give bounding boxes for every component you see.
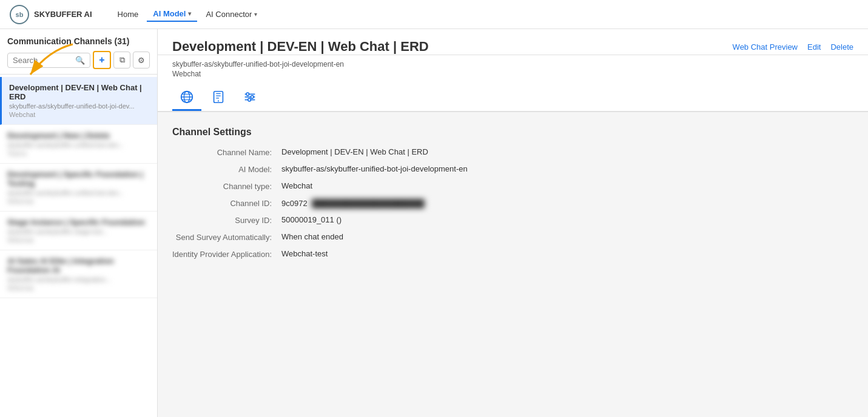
- ai-connector-chevron: ▾: [254, 11, 257, 18]
- list-item[interactable]: AI Sales AI Elite | Integration Foundati…: [0, 250, 157, 298]
- list-item-title: AI Sales AI Elite | Integration Foundati…: [7, 256, 150, 275]
- content-area: Development | DEV-EN | Web Chat | ERD We…: [158, 29, 868, 417]
- field-label-channel-type: Channel type:: [172, 181, 272, 191]
- field-value-channel-id: 9c0972 ████████████████████: [281, 198, 597, 208]
- sidebar-search-row: 🔍 + ⧉ ⚙: [7, 51, 150, 69]
- channel-icon: [179, 89, 195, 105]
- list-item[interactable]: Development | New | Delete skybuffer-as/…: [0, 125, 157, 164]
- search-icon: 🔍: [75, 56, 85, 65]
- nav-ai-model[interactable]: AI Model ▾: [147, 7, 197, 22]
- breadcrumb-line2: Webchat: [172, 70, 853, 78]
- logo: sb: [10, 5, 29, 24]
- filter-icon: ⚙: [138, 56, 145, 65]
- svg-point-10: [218, 100, 219, 101]
- tab-channel[interactable]: [172, 84, 201, 111]
- field-label-channel-name: Channel Name:: [172, 147, 272, 157]
- field-label-identity-provider: Identity Provider Application:: [172, 249, 272, 259]
- delete-link[interactable]: Delete: [830, 42, 853, 52]
- list-item[interactable]: Stage Instance | Specific Foundation sky…: [0, 212, 157, 250]
- list-item-tag: Webchat: [7, 236, 150, 244]
- widget-icon: [210, 89, 226, 105]
- list-item-title: Stage Instance | Specific Foundation: [7, 218, 150, 227]
- list-item[interactable]: Development | DEV-EN | Web Chat | ERD sk…: [0, 77, 157, 125]
- field-value-channel-name: Development | DEV-EN | Web Chat | ERD: [281, 147, 597, 157]
- edit-link[interactable]: Edit: [807, 42, 821, 52]
- breadcrumb: skybuffer-as/skybuffer-unified-bot-joi-d…: [158, 55, 868, 84]
- field-label-ai-model: AI Model:: [172, 164, 272, 174]
- svg-point-14: [251, 95, 254, 98]
- field-label-survey-id: Survey ID:: [172, 215, 272, 225]
- field-label-send-survey: Send Survey Automatically:: [172, 232, 272, 242]
- nav-items: Home AI Model ▾ AI Connector ▾: [112, 7, 858, 22]
- filter-button[interactable]: ⚙: [133, 52, 150, 68]
- field-value-send-survey: When chat ended: [281, 232, 597, 242]
- copy-button[interactable]: ⧉: [113, 52, 130, 68]
- field-value-channel-type: Webchat: [281, 181, 597, 191]
- nav-home[interactable]: Home: [112, 7, 145, 21]
- list-item[interactable]: Development | Specific Foundation | Test…: [0, 164, 157, 212]
- list-item-title: Development | New | Delete: [7, 131, 150, 140]
- page-title: Development | DEV-EN | Web Chat | ERD: [172, 39, 429, 55]
- field-value-identity-provider: Webchat-test: [281, 249, 597, 259]
- settings-area: Channel Settings Channel Name: Developme…: [158, 112, 868, 417]
- add-channel-button[interactable]: +: [93, 51, 111, 69]
- search-input[interactable]: [13, 56, 75, 65]
- header-actions: Web Chat Preview Edit Delete: [733, 42, 853, 52]
- settings-sliders-icon: [242, 89, 258, 105]
- settings-section-title: Channel Settings: [172, 127, 853, 138]
- list-item-title: Development | Specific Foundation | Test…: [7, 170, 150, 188]
- list-item-tag: Webchat: [9, 111, 150, 118]
- content-header: Development | DEV-EN | Web Chat | ERD We…: [158, 29, 868, 55]
- web-chat-preview-link[interactable]: Web Chat Preview: [733, 42, 798, 52]
- list-item-sub: skybuffer-as/skybuffer-unified-bot-joi-d…: [9, 102, 150, 110]
- list-item-tag: Teams: [7, 150, 150, 157]
- sidebar: Communication Channels (31) 🔍 + ⧉ ⚙: [0, 29, 158, 417]
- list-item-sub: skybuffer-as/skybuffer-stage-bot...: [7, 228, 150, 235]
- settings-table: Channel Name: Development | DEV-EN | Web…: [172, 147, 597, 259]
- field-value-ai-model: skybuffer-as/skybuffer-unified-bot-joi-d…: [281, 164, 597, 174]
- list-item-tag: Webchat: [7, 284, 150, 292]
- sidebar-header: Communication Channels (31) 🔍 + ⧉ ⚙: [0, 29, 157, 75]
- field-label-channel-id: Channel ID:: [172, 198, 272, 208]
- sidebar-list: Development | DEV-EN | Web Chat | ERD sk…: [0, 75, 157, 417]
- breadcrumb-line1: skybuffer-as/skybuffer-unified-bot-joi-d…: [172, 60, 853, 68]
- nav-ai-connector[interactable]: AI Connector ▾: [200, 7, 263, 21]
- tabs-bar: [158, 84, 868, 112]
- field-value-survey-id: 50000019_011 (): [281, 215, 597, 225]
- tab-widget[interactable]: [204, 84, 233, 111]
- copy-icon: ⧉: [119, 55, 125, 65]
- svg-point-12: [246, 93, 249, 96]
- search-box[interactable]: 🔍: [7, 53, 90, 68]
- list-item-tag: Webchat: [7, 198, 150, 205]
- list-item-sub: skybuffer-as/skybuffer-integration...: [7, 276, 150, 283]
- list-item-sub: skybuffer-as/skybuffer-unified-bot-dev..…: [7, 141, 150, 148]
- sidebar-title: Communication Channels (31): [7, 36, 150, 46]
- main-layout: Communication Channels (31) 🔍 + ⧉ ⚙: [0, 29, 868, 417]
- topbar: sb SKYBUFFER AI Home AI Model ▾ AI Conne…: [0, 0, 868, 29]
- svg-point-16: [248, 98, 251, 101]
- tab-settings[interactable]: [235, 84, 264, 111]
- ai-model-chevron: ▾: [188, 10, 191, 17]
- list-item-sub: skybuffer-as/skybuffer-unified-bot-dev..…: [7, 189, 150, 196]
- list-item-title: Development | DEV-EN | Web Chat | ERD: [9, 83, 150, 101]
- brand-name: SKYBUFFER AI: [34, 10, 92, 19]
